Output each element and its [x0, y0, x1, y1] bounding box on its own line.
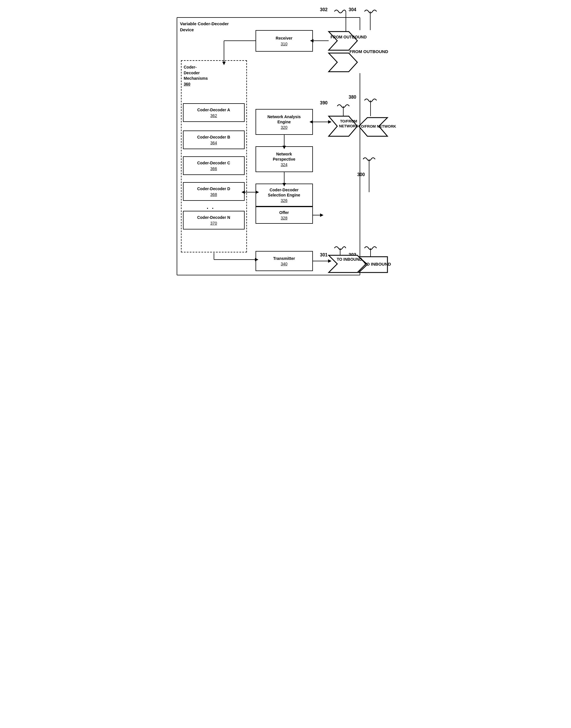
svg-marker-32: [328, 259, 332, 263]
svg-marker-35: [255, 258, 258, 261]
to-inbound-label: TO INBOUND: [364, 262, 391, 267]
svg-marker-18: [222, 62, 226, 65]
svg-marker-15: [310, 39, 314, 42]
svg-marker-0: [329, 31, 357, 50]
svg-marker-25: [282, 183, 286, 187]
from-outbound-label: FROM OUTBOUND: [349, 49, 388, 54]
diagram-container: 302 304 380 390 300 301 303 Variable Cod…: [174, 6, 397, 287]
svg-marker-21: [310, 120, 313, 124]
to-from-network-label: TO/FROM NETWORK: [358, 124, 396, 128]
svg-marker-20: [328, 120, 332, 124]
svg-marker-1: [329, 53, 357, 72]
svg-marker-28: [255, 191, 259, 194]
svg-marker-23: [282, 146, 286, 149]
svg-marker-5: [329, 116, 357, 136]
svg-marker-27: [241, 191, 245, 194]
svg-marker-30: [320, 213, 324, 217]
diagram-svg: FROM OUTBOUND TO/FROM NETWORK TO INBOUND: [174, 6, 397, 287]
